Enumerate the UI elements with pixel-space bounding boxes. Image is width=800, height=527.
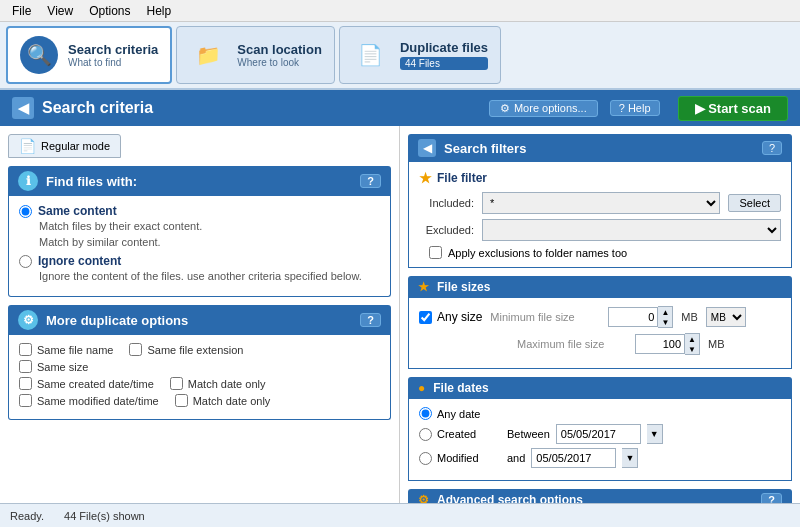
same-modified-check[interactable]: Same modified date/time	[19, 394, 159, 407]
modified-date-label[interactable]: Modified	[419, 452, 499, 465]
file-filter-body: ★ File filter Included: * Select Exclude…	[408, 162, 792, 268]
min-size-label: Minimum file size	[490, 311, 600, 323]
apply-exclusions-check[interactable]	[429, 246, 442, 259]
any-date-label[interactable]: Any date	[419, 407, 480, 420]
same-created-input[interactable]	[19, 377, 32, 390]
menu-help[interactable]: Help	[139, 2, 180, 20]
file-sizes-header: ★ File sizes	[408, 276, 792, 298]
ignore-content-radio[interactable]	[19, 255, 32, 268]
modified-to-dropdown[interactable]: ▼	[622, 448, 638, 468]
ignore-content-label: Ignore content	[38, 254, 121, 268]
dup-options-icon: ⚙	[18, 310, 38, 330]
match-date-modified-check[interactable]: Match date only	[175, 394, 271, 407]
min-size-arrows: ▲ ▼	[658, 306, 673, 328]
file-filter-title-row: ★ File filter	[419, 170, 781, 186]
modified-date-radio[interactable]	[419, 452, 432, 465]
menu-view[interactable]: View	[39, 2, 81, 20]
dup-row-2: Same size	[19, 360, 380, 373]
created-date-text: Created	[437, 428, 476, 440]
same-created-label: Same created date/time	[37, 378, 154, 390]
toolbar-search-criteria[interactable]: 🔍 Search criteria What to find	[6, 26, 172, 84]
max-size-up[interactable]: ▲	[685, 334, 699, 344]
same-modified-input[interactable]	[19, 394, 32, 407]
filters-back-icon[interactable]: ◀	[418, 139, 436, 157]
help-button[interactable]: ? Help	[610, 100, 660, 116]
start-scan-button[interactable]: ▶ Start scan	[678, 96, 788, 121]
more-options-button[interactable]: ⚙ More options...	[489, 100, 598, 117]
advanced-options-header: ⚙ Advanced search options ?	[408, 489, 792, 503]
same-file-name-input[interactable]	[19, 343, 32, 356]
search-criteria-text: Search criteria What to find	[68, 42, 158, 68]
same-file-ext-input[interactable]	[129, 343, 142, 356]
max-size-down[interactable]: ▼	[685, 344, 699, 354]
match-date-created-check[interactable]: Match date only	[170, 377, 266, 390]
created-from-dropdown[interactable]: ▼	[647, 424, 663, 444]
same-file-ext-check[interactable]: Same file extension	[129, 343, 243, 356]
modified-to-input[interactable]: 05/05/2017	[531, 448, 616, 468]
same-content-sub2: Match by similar content.	[39, 236, 380, 248]
created-from-input[interactable]: 05/05/2017	[556, 424, 641, 444]
excluded-select[interactable]	[482, 219, 781, 241]
find-files-help[interactable]: ?	[360, 174, 381, 188]
same-size-input[interactable]	[19, 360, 32, 373]
right-panel: ◀ Search filters ? ★ File filter Include…	[400, 126, 800, 503]
scan-location-text: Scan location Where to look	[237, 42, 322, 68]
match-date-modified-input[interactable]	[175, 394, 188, 407]
max-size-row: Maximum file size 100 ▲ ▼ MB	[419, 333, 781, 355]
regular-mode-tab[interactable]: 📄 Regular mode	[8, 134, 121, 158]
same-content-radio[interactable]	[19, 205, 32, 218]
toolbar: 🔍 Search criteria What to find 📁 Scan lo…	[0, 22, 800, 90]
search-criteria-icon: 🔍	[20, 36, 58, 74]
file-dates-title: File dates	[433, 381, 488, 395]
duplicate-files-text: Duplicate files 44 Files	[400, 40, 488, 70]
search-filters-help[interactable]: ?	[762, 141, 782, 155]
same-size-label: Same size	[37, 361, 88, 373]
search-criteria-sub: What to find	[68, 57, 158, 68]
min-size-down[interactable]: ▼	[658, 317, 672, 327]
same-content-radio-label[interactable]: Same content	[19, 204, 380, 218]
dup-row-1: Same file name Same file extension	[19, 343, 380, 356]
min-size-input[interactable]: 0	[608, 307, 658, 327]
scan-location-icon: 📁	[189, 36, 227, 74]
match-date-created-input[interactable]	[170, 377, 183, 390]
max-size-input[interactable]: 100	[635, 334, 685, 354]
menu-file[interactable]: File	[4, 2, 39, 20]
menu-options[interactable]: Options	[81, 2, 138, 20]
any-size-label[interactable]: Any size	[419, 310, 482, 324]
same-file-name-check[interactable]: Same file name	[19, 343, 113, 356]
min-size-spinner: 0 ▲ ▼	[608, 306, 673, 328]
document-icon: 📄	[19, 138, 36, 154]
advanced-help[interactable]: ?	[761, 493, 782, 503]
max-size-arrows: ▲ ▼	[685, 333, 700, 355]
min-size-up[interactable]: ▲	[658, 307, 672, 317]
same-size-check[interactable]: Same size	[19, 360, 88, 373]
same-file-ext-label: Same file extension	[147, 344, 243, 356]
ignore-content-radio-label[interactable]: Ignore content	[19, 254, 380, 268]
select-button[interactable]: Select	[728, 194, 781, 212]
any-date-radio[interactable]	[419, 407, 432, 420]
min-size-unit-select[interactable]: MBKBGB	[706, 307, 746, 327]
file-sizes-section: ★ File sizes Any size Minimum file size …	[408, 276, 792, 369]
toolbar-duplicate-files[interactable]: 📄 Duplicate files 44 Files	[339, 26, 501, 84]
any-size-check[interactable]	[419, 311, 432, 324]
same-created-check[interactable]: Same created date/time	[19, 377, 154, 390]
included-select[interactable]: *	[482, 192, 720, 214]
back-icon[interactable]: ◀	[12, 97, 34, 119]
excluded-label: Excluded:	[419, 224, 474, 236]
file-dates-section: ● File dates Any date Created	[408, 377, 792, 481]
find-files-icon: ℹ	[18, 171, 38, 191]
created-date-label[interactable]: Created	[419, 428, 499, 441]
gear-icon: ⚙	[500, 102, 510, 115]
find-files-body: Same content Match files by their exact …	[8, 196, 391, 297]
file-sizes-title: File sizes	[437, 280, 490, 294]
dup-row-3: Same created date/time Match date only	[19, 377, 380, 390]
included-row: Included: * Select	[419, 192, 781, 214]
modified-date-text: Modified	[437, 452, 479, 464]
min-size-unit: MB	[681, 311, 698, 323]
ready-label: Ready.	[10, 510, 44, 522]
ignore-content-group: Ignore content Ignore the content of the…	[19, 254, 380, 282]
duplicate-files-title: Duplicate files	[400, 40, 488, 55]
dup-options-help[interactable]: ?	[360, 313, 381, 327]
toolbar-scan-location[interactable]: 📁 Scan location Where to look	[176, 26, 335, 84]
created-date-radio[interactable]	[419, 428, 432, 441]
